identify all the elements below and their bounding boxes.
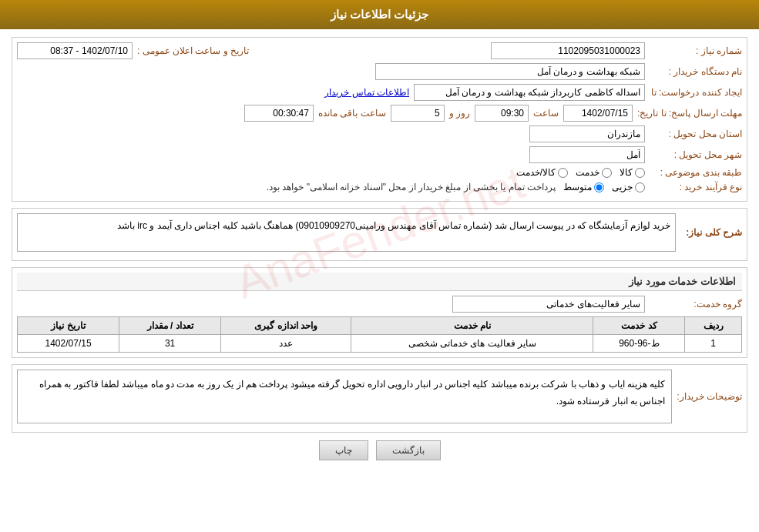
radio-kala-khadamat-label: کالا/خدمت xyxy=(516,167,556,178)
radio-jozei-label: جزیی xyxy=(612,182,633,192)
category-radio-group: کالا خدمت کالا/خدمت xyxy=(516,167,645,178)
remaining-input[interactable] xyxy=(244,105,314,122)
process-radio-group: جزیی متوسط پرداخت تمام یا بخشی از مبلغ خ… xyxy=(267,182,645,192)
table-cell: ط-96-960 xyxy=(593,335,685,353)
creator-label: ایجاد کننده درخواست: تا xyxy=(650,87,742,98)
services-table: ردیف کد خدمت نام خدمت واحد اندازه گیری ت… xyxy=(17,316,742,353)
services-title: اطلاعات خدمات مورد نیاز xyxy=(17,273,742,291)
buyer-notes-section: توضیحات خریدار: کلیه هزینه ایاب و ذهاب ب… xyxy=(12,364,747,433)
radio-kala[interactable] xyxy=(635,168,645,178)
city-input[interactable] xyxy=(529,146,645,163)
radio-item-kala[interactable]: کالا xyxy=(620,167,645,178)
col-unit: واحد اندازه گیری xyxy=(221,317,351,335)
time-label: ساعت xyxy=(533,108,559,119)
remaining-label: ساعت باقی مانده xyxy=(318,108,386,119)
col-service-code: کد خدمت xyxy=(593,317,685,335)
radio-item-khadamat[interactable]: خدمت xyxy=(576,167,612,178)
buyer-notes-row: توضیحات خریدار: کلیه هزینه ایاب و ذهاب ب… xyxy=(17,370,742,423)
table-cell: سایر فعالیت های خدماتی شخصی xyxy=(351,335,593,353)
col-quantity: تعداد / مقدار xyxy=(119,317,221,335)
category-label: طبقه بندی موضوعی : xyxy=(650,167,742,178)
creator-input[interactable] xyxy=(414,84,645,101)
radio-item-kala-khadamat[interactable]: کالا/خدمت xyxy=(516,167,568,178)
radio-jozei[interactable] xyxy=(635,182,645,192)
time-input[interactable] xyxy=(475,105,529,122)
row-province: استان محل تحویل : xyxy=(17,125,742,142)
buyer-station-input[interactable] xyxy=(375,63,645,80)
need-number-input[interactable] xyxy=(491,42,645,59)
col-service-name: نام خدمت xyxy=(351,317,593,335)
row-creator: ایجاد کننده درخواست: تا اطلاعات تماس خری… xyxy=(17,84,742,101)
row-category: طبقه بندی موضوعی : کالا خدمت کالا/خدمت xyxy=(17,167,742,178)
announce-label: تاریخ و ساعت اعلان عمومی : xyxy=(137,45,249,56)
back-button[interactable]: بازگشت xyxy=(376,440,441,460)
date-input[interactable] xyxy=(563,105,633,122)
province-input[interactable] xyxy=(529,125,645,142)
button-row: بازگشت چاپ xyxy=(12,440,747,460)
contact-link[interactable]: اطلاعات تماس خریدار xyxy=(324,87,409,98)
service-group-label: گروه خدمت: xyxy=(650,299,742,309)
radio-item-jozei[interactable]: جزیی xyxy=(612,182,645,192)
table-row: 1ط-96-960سایر فعالیت های خدماتی شخصیعدد3… xyxy=(18,335,742,353)
radio-kala-khadamat[interactable] xyxy=(558,168,568,178)
announce-input[interactable] xyxy=(17,42,133,59)
process-desc: پرداخت تمام یا بخشی از مبلغ خریدار از مح… xyxy=(267,182,556,192)
table-cell: 31 xyxy=(119,335,221,353)
process-label: نوع فرآیند خرید : xyxy=(650,182,742,192)
table-cell: 1402/07/15 xyxy=(18,335,119,353)
content-area: شماره نیاز : تاریخ و ساعت اعلان عمومی : … xyxy=(0,29,759,476)
radio-motavasset[interactable] xyxy=(594,182,604,192)
radio-motavasset-label: متوسط xyxy=(563,182,592,192)
response-deadline-label: مهلت ارسال پاسخ: تا تاریخ: xyxy=(637,108,742,119)
services-section: اطلاعات خدمات مورد نیاز گروه خدمت: ردیف … xyxy=(12,267,747,358)
row-deadline: مهلت ارسال پاسخ: تا تاریخ: ساعت روز و سا… xyxy=(17,105,742,122)
buyer-notes-text: کلیه هزینه ایاب و ذهاب با شرکت برنده میب… xyxy=(17,370,672,423)
col-need-date: تاریخ نیاز xyxy=(18,317,119,335)
row-city: شهر محل تحویل : xyxy=(17,146,742,163)
service-group-input[interactable] xyxy=(452,296,645,313)
radio-kala-label: کالا xyxy=(620,167,633,178)
print-button[interactable]: چاپ xyxy=(319,440,368,460)
radio-item-motavasset[interactable]: متوسط xyxy=(563,182,604,192)
service-group-row: گروه خدمت: xyxy=(17,296,742,313)
basic-info-section: شماره نیاز : تاریخ و ساعت اعلان عمومی : … xyxy=(12,37,747,202)
row-process: نوع فرآیند خرید : جزیی متوسط پرداخت تمام… xyxy=(17,182,742,192)
city-label: شهر محل تحویل : xyxy=(650,149,742,160)
buyer-notes-label: توضیحات خریدار: xyxy=(677,391,742,402)
buyer-station-label: نام دستگاه خریدار : xyxy=(650,66,742,77)
row-buyer-station: نام دستگاه خریدار : xyxy=(17,63,742,80)
page-title: جزئیات اطلاعات نیاز xyxy=(331,8,428,21)
narration-text: خرید لوازم آزمایشگاه که در پیوست ارسال ش… xyxy=(17,213,676,252)
page-header: جزئیات اطلاعات نیاز xyxy=(0,0,759,29)
days-label: روز و xyxy=(449,108,470,119)
table-cell: 1 xyxy=(685,335,742,353)
table-cell: عدد xyxy=(221,335,351,353)
radio-khadamat[interactable] xyxy=(602,168,612,178)
col-row-num: ردیف xyxy=(685,317,742,335)
narration-section: AnaFender.net شرح کلی نیاز: خرید لوازم آ… xyxy=(12,208,747,261)
page-container: جزئیات اطلاعات نیاز شماره نیاز : تاریخ و… xyxy=(0,0,759,532)
narration-label: شرح کلی نیاز: xyxy=(680,227,742,238)
radio-khadamat-label: خدمت xyxy=(576,167,599,178)
days-input[interactable] xyxy=(391,105,445,122)
province-label: استان محل تحویل : xyxy=(650,129,742,139)
row-need-number: شماره نیاز : تاریخ و ساعت اعلان عمومی : xyxy=(17,42,742,59)
need-number-label: شماره نیاز : xyxy=(650,45,742,56)
narration-row: شرح کلی نیاز: خرید لوازم آزمایشگاه که در… xyxy=(17,213,742,252)
